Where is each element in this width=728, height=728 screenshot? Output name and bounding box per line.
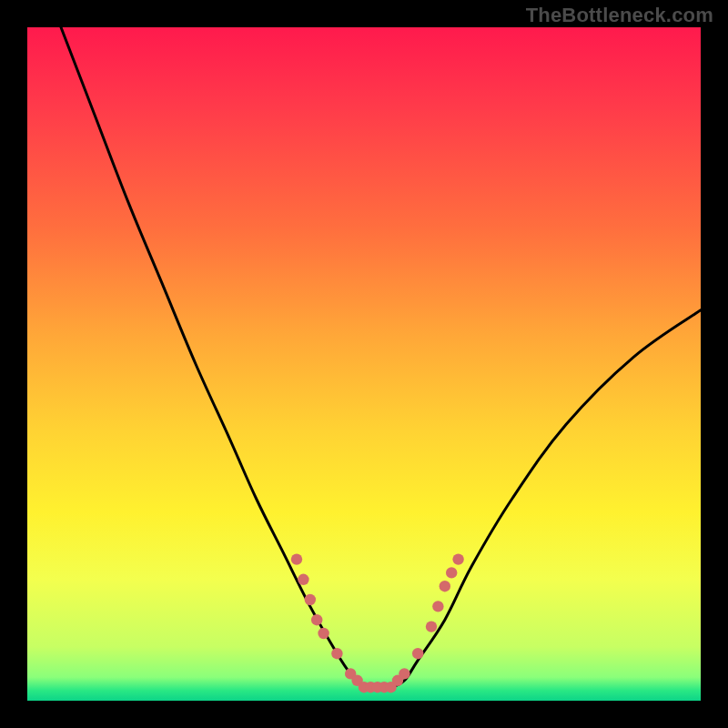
data-dot xyxy=(399,668,410,679)
data-dot xyxy=(432,601,443,612)
data-dot xyxy=(305,594,316,605)
data-dot xyxy=(452,553,463,564)
data-dot xyxy=(426,621,437,632)
chart-svg xyxy=(27,27,701,701)
plot-area xyxy=(27,27,701,701)
gradient-background xyxy=(27,27,701,701)
watermark-label: TheBottleneck.com xyxy=(526,4,713,27)
data-dot xyxy=(318,628,329,639)
data-dot xyxy=(446,567,457,578)
data-dot xyxy=(311,614,322,625)
data-dot xyxy=(331,648,342,659)
data-dot xyxy=(298,574,308,585)
data-dot xyxy=(412,648,423,659)
chart-frame: TheBottleneck.com xyxy=(0,0,728,728)
data-dot xyxy=(291,553,302,564)
data-dot xyxy=(440,581,450,592)
